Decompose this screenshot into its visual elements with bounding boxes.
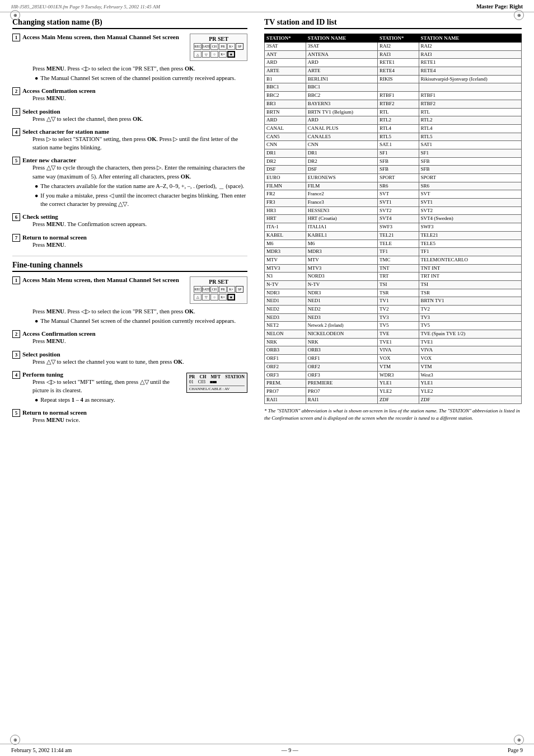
step-4-header: Select character for station name [22,128,109,135]
station-abbr: PREM. [265,379,306,388]
station-abbr: HRT [265,215,306,223]
step-5-header: Enter new character [22,157,76,163]
station-abbr: SPORT [377,174,419,182]
station-name: HRT (Croatia) [306,215,377,223]
col-name2: STATION NAME [419,34,521,43]
table-row: M6M6TELETELE5 [265,240,522,248]
station-name: TELE5 [419,240,521,248]
station-name: SWF3 [419,223,521,232]
station-name: RAI2 [419,43,521,51]
station-name: VOX [419,355,521,363]
tv-table-footnote: * The "STATION" abbreviation is what is … [264,407,522,421]
station-name: SVT [419,190,521,199]
ft-icon-e: ■ [227,294,235,300]
station-abbr: ITA-1 [265,223,306,232]
station-name: TVE1 [419,338,521,346]
table-row: CANALCANAL PLUSRTL4RTL4 [265,124,522,133]
station-abbr: RIKIS [377,75,419,83]
station-abbr: BBC2 [265,92,306,100]
station-name: ZDF [419,396,521,404]
station-name: SFB [419,157,521,166]
ft-step-num-2: 2 [12,330,20,338]
station-name: CANAL PLUS [306,124,377,133]
station-abbr: NED1 [265,297,306,306]
station-name: SVT1 [419,199,521,207]
station-name: TV2 [419,306,521,314]
station-name: RTL [419,108,521,116]
station-abbr: DSF [265,166,306,174]
station-abbr: NELON [265,330,306,339]
station-name: HESSEN3 [306,206,377,215]
station-name: PREMIERE [306,379,377,388]
station-name: MTV [306,256,377,264]
station-name: Network 2 (Ireland) [306,322,377,330]
table-row: ARDARDRETE1RETE1 [265,59,522,67]
station-name: Rikisutvarpid-Sjonvarp (Iceland) [419,75,521,83]
channel-display: PR CH MFT STATION 01 C03 ■■■ [186,373,247,393]
station-name: PRO7 [306,387,377,396]
station-abbr: BBC1 [265,83,306,92]
table-row: FR2France2SVTSVT [265,190,522,199]
station-abbr: CNN [265,141,306,149]
station-abbr: TSR [377,289,419,297]
station-name: BBC2 [306,92,377,100]
table-row: DR1DR1SF1SF1 [265,149,522,157]
station-abbr: MTV [265,256,306,264]
ch-val-mft: ■■■ [210,379,217,384]
station-abbr: SVT [377,190,419,199]
left-column: Changing station name (B) 1 Access Main … [12,18,253,428]
table-row: HRTHRT (Croatia)SVT4SVT4 (Sweden) [265,215,522,223]
station-name: CANALE5 [306,133,377,141]
table-row: N-TVN-TVTSITSI [265,280,522,289]
table-row: NED3NED3TV3TV3 [265,313,522,322]
station-abbr: VTM [377,363,419,371]
step-2-changing: 2 Access Confirmation screen Press MENU. [12,87,247,105]
station-name: BRTN TV1 (Belgium) [306,108,377,116]
ft-icon-date: DATE [202,286,210,293]
station-name: SF1 [419,149,521,157]
ft-step-2: 2 Access Confirmation screen Press MENU. [12,330,247,348]
station-abbr: SWF3 [377,223,419,232]
header-file-info: HR-J585_285EU-001EN.fm Page 9 Tuesday, F… [11,4,160,10]
step-num-1: 1 [12,34,20,41]
station-name: ORF1 [306,355,377,363]
station-abbr: NDR3 [265,289,306,297]
station-name: RTBF2 [419,100,521,108]
station-abbr: CAN5 [265,133,306,141]
station-name: EURONEWS [306,174,377,182]
main-content: Changing station name (B) 1 Access Main … [0,12,534,445]
station-name: DSF [306,166,377,174]
ft-step-4-content: Press ◁▷ to select "MFT" setting, then p… [32,378,181,405]
step-3-changing: 3 Select position Press △▽ to select the… [12,108,247,125]
pr-set-label-2: PR SET [194,279,243,285]
station-name: NORD3 [306,273,377,281]
step-2-header: Access Confirmation screen [22,87,96,94]
station-abbr: SVT4 [377,215,419,223]
ft-screen-icons-1: REC DATE CH PR K× SP [194,286,243,293]
station-name: DR2 [306,157,377,166]
station-abbr: TVE [377,330,419,339]
station-abbr: RTL [377,108,419,116]
station-abbr: FR3 [265,199,306,207]
station-abbr: RETE4 [377,67,419,76]
station-abbr: TMC [377,256,419,264]
station-abbr: SVT1 [377,199,419,207]
station-abbr: ORB3 [265,346,306,355]
table-row: HR3HESSEN3SVT2SVT2 [265,206,522,215]
table-row: ITA-1ITALIA1SWF3SWF3 [265,223,522,232]
station-name: MTV3 [306,264,377,273]
station-name: TNT INT [419,264,521,273]
station-name: West3 [419,371,521,379]
table-row: KABELKABEL1TEL21TELE21 [265,231,522,240]
station-name: RAI3 [419,50,521,59]
station-abbr: NED2 [265,306,306,314]
station-name: SVT4 (Sweden) [419,215,521,223]
station-abbr: TV2 [377,306,419,314]
station-abbr: RTL2 [377,116,419,125]
station-name: TV5 [419,322,521,330]
ft-step-1: 1 Access Main Menu screen, then Manual C… [12,276,247,327]
ft-icon-b: ▽ [202,294,210,300]
station-abbr: PRO7 [265,387,306,396]
station-name: NED2 [306,306,377,314]
station-abbr: TELE [377,240,419,248]
